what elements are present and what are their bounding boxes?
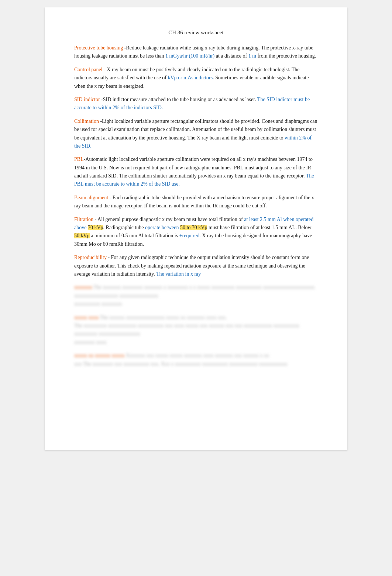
body-beam-1: - Each radiographic tube should be provi… [74,195,314,208]
document-page: CH 36 review worksheet Protective tube h… [45,7,347,450]
body-filtration-3: must have filtration of at least 1.5 mm … [207,225,311,230]
term-filtration: Filtration [74,217,93,222]
term-collimation: Collimation [74,118,99,124]
highlight-70kvp: 70 kVp [88,225,103,230]
body-blurred-3c: The xxxxxxxx xxx xxxxxxxxxx xxx. Xxx x x… [82,361,288,367]
section-control-panel: Control panel - X ray beam on must be po… [74,66,318,90]
term-protective-tube-housing: Protective tube housing [74,45,123,51]
highlight-50-70kvp: 50 to 70 kVp [180,225,207,230]
body-blurred-1b: xxxxxxxxxx xxxxxxxx [74,301,122,307]
body-blurred-3: Xxxxxxx xxx xxxxx xxxxx xxxxxxx xxxx xxx… [125,353,269,358]
section-protective-tube-housing: Protective tube housing -Reduce leakage … [74,44,318,61]
section-pbl: PBL-Automatic light localized variable a… [74,155,318,189]
body-pbl-1: -Automatic light localized variable aper… [74,156,313,179]
section-sid-indictor: SID indictor -SID indictor measure attac… [74,96,318,112]
highlight-required: +required. [179,233,201,238]
highlight-50kvp: 50 kVp [74,233,90,238]
body-sid-1: -SID indictor measure attached to the tu… [100,97,257,102]
section-reproducibility: Reproducibility - For any given radiogra… [74,253,318,278]
section-beam-alignment: Beam alignment - Each radiographic tube … [74,194,318,210]
body-blurred-2c: xxxxxxxx xxxx [74,339,107,345]
body-blurred-1: The xxxxxxx xxxxxxxx xxxxxxx x xxxxxxxx … [74,284,315,298]
term-sid: SID indictor [74,97,100,102]
highlight-operate-between: operate between [145,225,180,230]
term-blurred-2: xxxxx xxxx [74,315,99,320]
body-collimation-1: -Light localized variable aperture recta… [74,118,317,141]
section-blurred-3: xxxxx xx xxxxxx xxxxx Xxxxxxx xxx xxxxx … [74,352,318,368]
body-filtration-4: a minimum of 0.5 mm Al total filtration … [90,233,179,238]
body-blurred-2b: The xxxxxxxxx xxxxxxxxxxx xxxxxxxxxx xxx… [74,323,299,337]
highlight-1m: 1 m [248,53,256,59]
section-blurred-1: xxxxxxx The xxxxxxx xxxxxxxx xxxxxxx x x… [74,283,318,308]
highlight-mgya: 1 mGya/hr (100 mR/hr) [165,53,214,59]
body-protective-3: from the protective housing. [256,53,316,59]
body-filtration-2: . Radiographic tube [103,225,145,230]
term-blurred-3: xxxxx xx xxxxxx xxxxx [74,353,125,358]
section-filtration: Filtration - All general purpose diagnos… [74,215,318,249]
highlight-kvp-mas: kVp or mAs indictors [168,75,213,80]
page-title: CH 36 review worksheet [74,30,318,36]
section-blurred-2: xxxxx xxxx The xxxxxx xxxxxxxxxxxxxxx xx… [74,314,318,347]
term-pbl: PBL [74,156,84,162]
term-beam-alignment: Beam alignment [74,195,108,200]
highlight-variation: The variation in x ray [156,271,201,277]
body-filtration-1: - All general purpose diagnostic x ray b… [93,217,244,222]
body-protective-2: at a distance of [214,53,248,59]
body-blurred-2: The xxxxxx xxxxxxxxxxxxxxx xxxxx xx xxxx… [99,315,227,320]
body-blurred-3b: xxx [74,361,82,367]
term-blurred-1: xxxxxxx [74,284,92,290]
term-reproducibility: Reproducibility [74,255,107,260]
term-control-panel: Control panel [74,67,103,72]
section-collimation: Collimation -Light localized variable ap… [74,117,318,151]
